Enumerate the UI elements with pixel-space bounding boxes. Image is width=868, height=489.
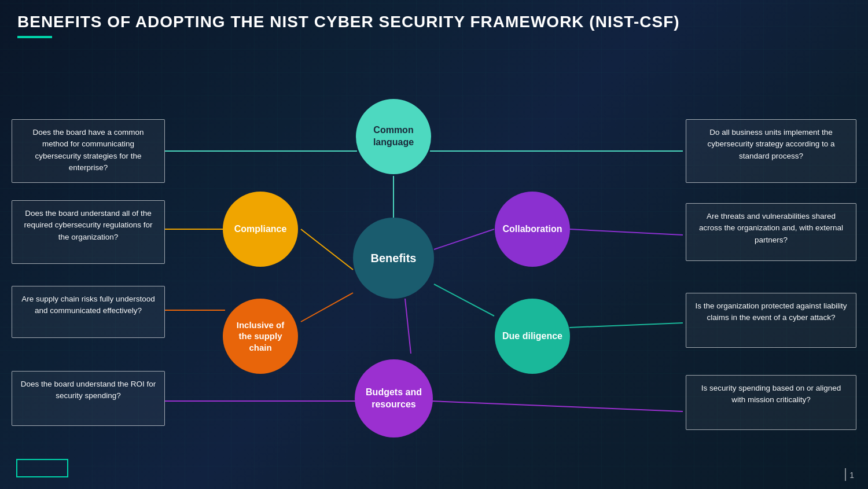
right-box-3: Is the organization protected against li… (686, 293, 856, 348)
benefits-circle: Benefits (353, 218, 434, 299)
collaboration-circle: Collaboration (495, 192, 570, 267)
svg-line-5 (301, 293, 353, 322)
left-box-2: Does the board understand all of the req… (12, 200, 165, 264)
common-language-circle: Common language (356, 99, 431, 174)
left-box-3: Are supply chain risks fully understood … (12, 286, 165, 338)
compliance-circle: Compliance (223, 192, 298, 267)
svg-line-10 (434, 284, 494, 316)
bottom-decoration (16, 459, 68, 477)
page-title: BENEFITS OF ADOPTING THE NIST CYBER SECU… (0, 0, 868, 36)
page-divider (845, 468, 846, 481)
left-box-4: Does the board understand the ROI for se… (12, 371, 165, 426)
svg-line-7 (431, 401, 683, 411)
diagram-area: Does the board have a common method for … (0, 44, 868, 472)
page-number: 1 (849, 470, 854, 480)
right-box-1: Do all business units implement the cybe… (686, 119, 856, 183)
svg-line-11 (569, 323, 683, 328)
svg-line-9 (569, 229, 683, 235)
budgets-circle: Budgets and resources (355, 359, 433, 437)
inclusive-circle: Inclusive of the supply chain (223, 299, 298, 374)
right-box-2: Are threats and vulnerabilities shared a… (686, 203, 856, 261)
svg-line-13 (405, 299, 411, 354)
due-diligence-circle: Due diligence (495, 299, 570, 374)
svg-line-8 (434, 229, 494, 249)
right-box-4: Is security spending based on or aligned… (686, 375, 856, 430)
svg-line-3 (301, 229, 353, 270)
title-underline (17, 36, 52, 38)
left-box-1: Does the board have a common method for … (12, 119, 165, 183)
